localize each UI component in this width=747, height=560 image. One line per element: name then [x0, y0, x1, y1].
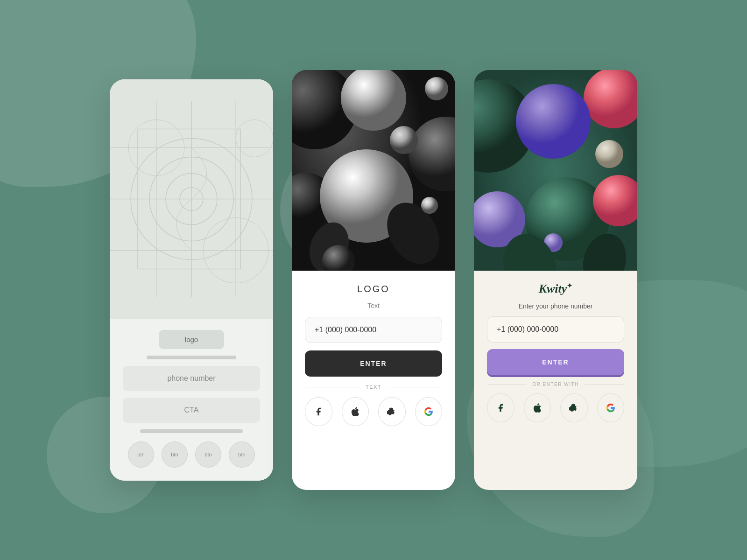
dark-social-row: [305, 397, 442, 426]
cards-container: logo phone number CTA btn btn btn btn: [110, 70, 637, 490]
dark-subtitle: Text: [305, 302, 442, 309]
svg-point-23: [421, 197, 438, 214]
kwity-enter-button[interactable]: ENTER: [487, 349, 624, 375]
wireframe-cta-button[interactable]: CTA: [123, 398, 260, 423]
card-wireframe: logo phone number CTA btn btn btn btn: [110, 79, 273, 481]
wireframe-social-row: btn btn btn btn: [123, 441, 260, 468]
kwity-divider-line-right: [585, 384, 624, 385]
wireframe-text-placeholder: [147, 356, 236, 359]
dark-image-area: [292, 70, 455, 271]
kwity-subtitle: Enter your phone number: [487, 302, 624, 310]
wireframe-logo-button[interactable]: logo: [159, 330, 224, 349]
svg-point-17: [425, 77, 448, 100]
dark-snapchat-button[interactable]: [378, 397, 406, 426]
wireframe-social-btn-2[interactable]: btn: [162, 441, 188, 468]
kwity-divider-line-left: [487, 384, 527, 385]
kwity-divider-text: OR ENTER WITH: [532, 382, 579, 387]
wireframe-image-area: [110, 79, 273, 319]
svg-point-31: [516, 84, 591, 159]
kwity-google-button[interactable]: [597, 393, 625, 422]
kwity-image-area: [474, 70, 637, 271]
kwity-logo: Kwity✦: [487, 282, 624, 296]
kwity-phone-input[interactable]: +1 (000) 000-0000: [487, 316, 624, 343]
wireframe-social-btn-4[interactable]: btn: [229, 441, 255, 468]
wireframe-bottom-placeholder: [140, 429, 243, 433]
dark-body: LOGO Text +1 (000) 000-0000 ENTER TEXT: [292, 271, 455, 490]
dark-divider-text: TEXT: [366, 384, 381, 390]
dark-phone-input[interactable]: +1 (000) 000-0000: [305, 317, 442, 343]
card-dark: LOGO Text +1 (000) 000-0000 ENTER TEXT: [292, 70, 455, 490]
wireframe-body: logo phone number CTA btn btn btn btn: [110, 319, 273, 481]
kwity-facebook-button[interactable]: [487, 393, 514, 422]
dark-google-button[interactable]: [415, 397, 443, 426]
kwity-body: Kwity✦ Enter your phone number +1 (000) …: [474, 271, 637, 490]
dark-divider-line-right: [387, 387, 442, 387]
dark-apple-button[interactable]: [342, 397, 369, 426]
dark-logo: LOGO: [305, 284, 442, 294]
wireframe-phone-input[interactable]: phone number: [123, 366, 260, 391]
dark-enter-button[interactable]: ENTER: [305, 350, 442, 377]
dark-facebook-button[interactable]: [305, 397, 332, 426]
svg-point-24: [390, 126, 418, 154]
kwity-divider: OR ENTER WITH: [487, 382, 624, 387]
svg-point-13: [236, 120, 273, 157]
dark-divider-line-left: [305, 387, 360, 387]
kwity-apple-button[interactable]: [524, 393, 551, 422]
kwity-social-row: [487, 393, 624, 422]
dark-divider: TEXT: [305, 384, 442, 390]
wireframe-social-btn-3[interactable]: btn: [195, 441, 221, 468]
card-kwity: Kwity✦ Enter your phone number +1 (000) …: [474, 70, 637, 490]
wireframe-social-btn-1[interactable]: btn: [128, 441, 154, 468]
svg-point-33: [595, 140, 623, 168]
kwity-snapchat-button[interactable]: [560, 393, 588, 422]
